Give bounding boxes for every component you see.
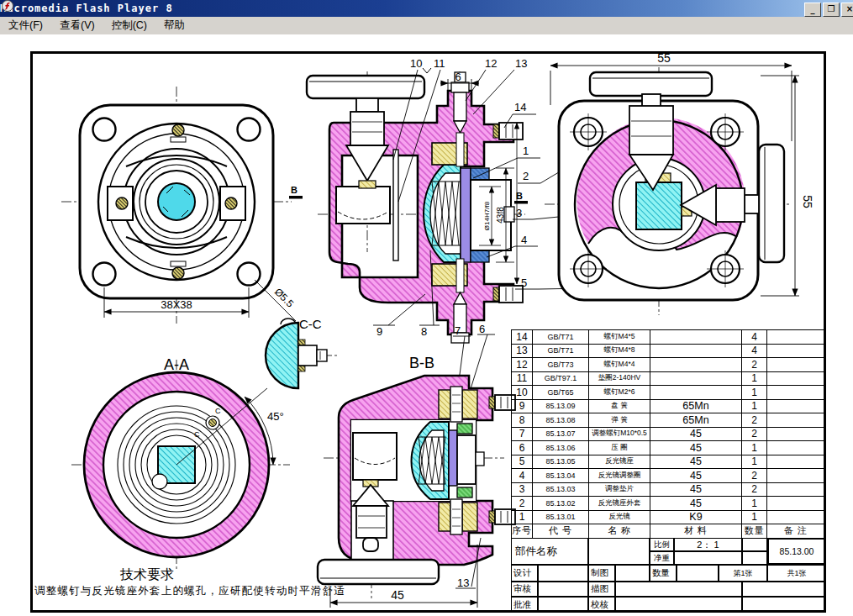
part-name: 调整螺钉M10*0.5 [589, 427, 650, 441]
part-no: 9 [512, 399, 533, 413]
table-row: 185.13.01反光镜K91 [512, 510, 825, 524]
part-material [650, 371, 742, 386]
part-material [650, 330, 742, 345]
part-code: GB/T73 [533, 358, 589, 372]
part-name: 盘 簧 [589, 399, 650, 413]
menu-control[interactable]: 控制(C) [103, 17, 155, 34]
empty-cell [742, 597, 826, 613]
flash-player-window: Macromedia Flash Player 8 _ ❐ × 文件(F) 查看… [0, 0, 853, 616]
restore-button[interactable]: ❐ [823, 3, 840, 17]
part-material [650, 358, 742, 372]
part-remark [767, 482, 825, 497]
proof-label: 校核 [588, 597, 615, 613]
bb-title: B-B [409, 355, 434, 371]
bb-dim-45: 45 [391, 588, 404, 602]
callout-5: 5 [521, 276, 527, 289]
part-name: 反光镜调整圈 [589, 469, 650, 483]
table-row: 985.13.09盘 簧65Mn1 [512, 399, 825, 413]
table-row: 485.13.04反光镜调整圈452 [512, 469, 825, 483]
part-name: 螺钉M4*4 [589, 358, 650, 372]
part-remark [767, 386, 825, 400]
part-no: 8 [512, 413, 533, 428]
part-name-label: 部件名称 [511, 538, 588, 565]
part-code: 85.13.07 [533, 427, 589, 441]
part-name: 弹 簧 [589, 413, 650, 428]
part-qty: 2 [742, 469, 767, 483]
part-remark [767, 469, 825, 483]
callout-12: 12 [485, 57, 497, 70]
weight-label: 净重 [650, 551, 674, 565]
part-material: 45 [650, 469, 742, 483]
bb-section-view: B-B [318, 355, 515, 608]
dim-boss-width: 6 [455, 71, 461, 83]
callout-7: 7 [455, 324, 461, 337]
part-name: 螺钉M2*6 [589, 386, 650, 400]
part-remark [767, 510, 825, 524]
menu-file[interactable]: 文件(F) [0, 17, 51, 34]
part-code: 85.13.06 [533, 441, 589, 455]
part-code: 85.13.01 [533, 510, 589, 524]
scale-label: 比例 [650, 538, 674, 551]
part-no: 1 [512, 510, 533, 524]
dim-38x38: 38X38 [161, 298, 192, 311]
part-code: GB/T65 [533, 386, 589, 400]
approve-value [538, 597, 588, 613]
part-remark [767, 358, 825, 372]
table-row: 285.13.02反光镜座外套451 [512, 497, 825, 511]
table-row: 385.13.03调整垫片452 [512, 482, 825, 497]
menu-help[interactable]: 帮助 [155, 17, 193, 34]
table-row: 885.13.08弹 簧65Mn2 [512, 413, 825, 428]
dim-hole-dia: Ø5.5 [272, 286, 297, 310]
flash-player-icon [2, 0, 13, 12]
part-qty: 1 [742, 399, 767, 413]
part-qty: 2 [742, 482, 767, 497]
aa-detail-c-upper: C [215, 407, 221, 415]
table-row: 11GB/T97.1垫圈2-140HV1 [512, 371, 825, 386]
part-material [650, 386, 742, 400]
part-qty: 1 [742, 441, 767, 455]
draft-value [615, 565, 650, 582]
part-remark [767, 441, 825, 455]
part-code: 85.13.08 [533, 413, 589, 428]
table-row: 585.13.05反光镜座451 [512, 455, 825, 469]
minimize-button[interactable]: _ [804, 3, 821, 17]
dim-55-height: 55 [801, 195, 814, 208]
part-material [650, 344, 742, 358]
cc-title: C-C [299, 317, 322, 331]
part-no: 6 [512, 441, 533, 455]
bb-callout-13: 13 [457, 577, 469, 589]
part-no: 11 [512, 371, 533, 386]
part-material: K9 [650, 510, 742, 524]
window-controls: _ ❐ × [804, 3, 853, 17]
callout-11: 11 [434, 57, 445, 70]
part-code: 85.13.03 [533, 482, 589, 497]
weight-value [674, 551, 742, 565]
part-no: 4 [512, 469, 533, 483]
cc-detail-view: C-C [266, 317, 338, 388]
col-header-remark: 备 注 [767, 524, 825, 539]
menu-view[interactable]: 查看(V) [51, 17, 103, 34]
part-remark [767, 455, 825, 469]
part-material: 65Mn [650, 399, 742, 413]
dim-bore: Ø14H7/f8 [483, 201, 491, 230]
callout-1: 1 [523, 145, 529, 157]
callout-6: 6 [479, 323, 485, 335]
close-button[interactable]: × [841, 3, 853, 17]
part-no: 12 [512, 358, 533, 372]
menu-bar: 文件(F) 查看(V) 控制(C) 帮助 [0, 17, 853, 35]
part-remark [767, 427, 825, 441]
qty-label: 数量 [650, 565, 677, 582]
table-row: 685.13.06压 圈451 [512, 441, 825, 455]
drawing-number: 85.13.00 [767, 538, 826, 565]
table-row: 14GB/T71螺钉M4*54 [512, 330, 825, 345]
part-qty: 1 [742, 455, 767, 469]
tech-requirements-title: 技术要求 [88, 566, 206, 584]
design-value [538, 565, 588, 582]
design-label: 设计 [511, 565, 538, 582]
part-name: 反光镜座 [589, 455, 650, 469]
bom-table: 14GB/T71螺钉M4*54 13GB/T71螺钉M4*84 12GB/T73… [511, 329, 825, 539]
col-header-material: 材 料 [650, 524, 742, 539]
part-material: 65Mn [650, 413, 742, 428]
empty-cell [677, 565, 719, 582]
table-row: 785.13.07调整螺钉M10*0.5452 [512, 427, 825, 441]
